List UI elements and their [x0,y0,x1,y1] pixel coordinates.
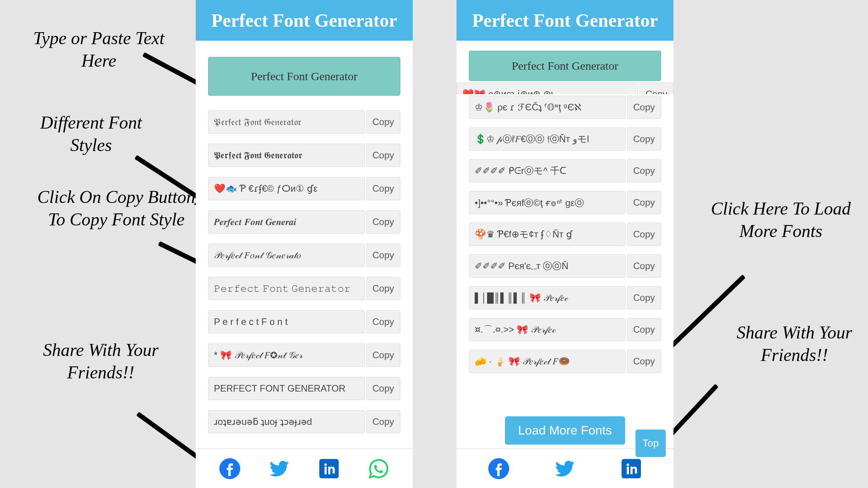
font-result: ❤️🎀 ρ⊕иєʇ ʝ⊕и⊕ ⊕ι [456,82,638,94]
phone-screen-right: Perfect Font Generator Perfect Font Gene… [456,0,673,488]
font-result: ♔🌷 ρє ɾ ℱЄČʇ ᶠ𝕆ᶰţ ᵍЄℵ [469,96,625,119]
font-result-row: 𝕻𝖊𝖗𝖋𝖊𝖈𝖙 𝕱𝖔𝖓𝖙 𝕲𝖊𝖓𝖊𝖗𝖆𝖙𝖔𝖗Copy [208,144,400,167]
font-result-row: ✐✐✐✐ ᑭᕮrⓞモ^ 千ᑕCopy [469,159,661,182]
text-input[interactable]: Perfect Font Generator [208,57,400,96]
scroll-top-button[interactable]: Top [636,430,666,457]
font-result: 🧀 · 🍦 🎀 𝒫𝑒𝓇𝒻𝑒𝒸𝓉 𝐹🍩 [469,350,625,373]
copy-button[interactable]: Copy [366,110,400,134]
font-result: ✐✐✐✐ Pєя'є⎵т ⓞⓞŇ [469,254,625,278]
copy-button[interactable]: Copy [627,254,661,278]
facebook-icon[interactable] [219,458,240,479]
font-result: 𝒫𝑒𝓇𝒻𝑒𝒸𝓉 𝐹𝑜𝓃𝓉 𝒢𝑒𝓃𝑒𝓇𝒶𝓉𝑜 [208,244,365,267]
copy-button[interactable]: Copy [366,344,400,367]
font-result: 𝔓𝔢𝔯𝔣𝔢𝔠𝔱 𝔉𝔬𝔫𝔱 𝔊𝔢𝔫𝔢𝔯𝔞𝔱𝔬𝔯 [208,110,365,134]
font-result: * 🎀 𝒫𝑒𝓇𝒻𝑒𝒸𝓉 𝐹✪𝓃𝓉 𝒢𝑒𝓇 [208,344,365,367]
font-result-row: 🍄♛ Ƥ€f⊕モ¢т ʄ♢Ňт ɠCopy [469,223,661,246]
font-result-row: 𝙿𝚎𝚛𝚏𝚎𝚌𝚝 𝙵𝚘𝚗𝚝 𝙶𝚎𝚗𝚎𝚛𝚊𝚝𝚘𝚛Copy [208,277,400,300]
annotation-load-more: Click Here To Load More Fonts [709,198,852,242]
results-list: 𝔓𝔢𝔯𝔣𝔢𝔠𝔱 𝔉𝔬𝔫𝔱 𝔊𝔢𝔫𝔢𝔯𝔞𝔱𝔬𝔯Copy𝕻𝖊𝖗𝖋𝖊𝖈𝖙 𝕱𝖔𝖓𝖙 𝕲… [196,103,413,448]
font-result-row: 𝑷𝒆𝒓𝒇𝒆𝒄𝒕 𝑭𝒐𝒏𝒕 𝑮𝒆𝒏𝒆𝒓𝒂𝒊Copy [208,210,400,234]
font-result-row: 𝒫𝑒𝓇𝒻𝑒𝒸𝓉 𝐹𝑜𝓃𝓉 𝒢𝑒𝓃𝑒𝓇𝒶𝓉𝑜Copy [208,244,400,267]
font-result: 𝙿𝚎𝚛𝚏𝚎𝚌𝚝 𝙵𝚘𝚗𝚝 𝙶𝚎𝚗𝚎𝚛𝚊𝚝𝚘𝚛 [208,277,365,300]
annotation-input: Type or Paste Text Here [14,27,184,72]
font-result: ❤️🐟 Ƥ €ɾʄ€© ƒѺи① ɠε [208,177,365,200]
copy-button[interactable]: Copy [366,177,400,200]
font-result-row: ɹoʇɐɹǝuǝƃ ʇuoɟ ʇɔǝɟɹǝdCopy [208,410,400,433]
results-list: ♔🌷 ρє ɾ ℱЄČʇ ᶠ𝕆ᶰţ ᵍЄℵCopy💲♔ 𝓅ⓞř𝐹€Ⓞⓞ 𝔣ⓞŇт… [456,94,673,411]
font-result-row: ¤ּ.⌒.ּ¤.>> 🎀 𝒫𝑒𝓇𝒻𝑒𝒸Copy [469,318,661,341]
twitter-icon[interactable] [269,458,290,479]
copy-button[interactable]: Copy [627,223,661,246]
annotation-styles: Different Font Styles [19,112,163,156]
font-result-row: * 🎀 𝒫𝑒𝓇𝒻𝑒𝒸𝓉 𝐹✪𝓃𝓉 𝒢𝑒𝓇Copy [208,344,400,367]
font-result: 💲♔ 𝓅ⓞř𝐹€Ⓞⓞ 𝔣ⓞŇт ﻭモl [469,127,625,151]
share-bar: Top [456,448,673,488]
font-result: 𝑷𝒆𝒓𝒇𝒆𝒄𝒕 𝑭𝒐𝒏𝒕 𝑮𝒆𝒏𝒆𝒓𝒂𝒊 [208,210,365,234]
font-result: ▌│█║▌║▌║ 🎀 𝒫𝑒𝓇𝒻𝑒𝒸 [469,286,625,309]
copy-button[interactable]: Copy [639,82,673,94]
font-result: •]••°°•» Ƥєяfⓔ©ţ ғ๏ⁿᵗ gεⓞ [469,191,625,214]
text-input[interactable]: Perfect Font Generator [469,51,661,81]
copy-button[interactable]: Copy [627,96,661,119]
copy-button[interactable]: Copy [627,159,661,182]
font-result: PERFECT FONT GENERATOR [208,377,365,400]
font-result-row: ▌│█║▌║▌║ 🎀 𝒫𝑒𝓇𝒻𝑒𝒸Copy [469,286,661,309]
linkedin-icon[interactable] [319,458,339,479]
font-result-row: P e r f e c t F o n tCopy [208,310,400,333]
font-result: ¤ּ.⌒.ּ¤.>> 🎀 𝒫𝑒𝓇𝒻𝑒𝒸 [469,318,625,341]
annotation-share-right: Share With Your Friends!! [728,321,860,366]
copy-button[interactable]: Copy [627,286,661,309]
copy-button[interactable]: Copy [627,191,661,214]
copy-button[interactable]: Copy [627,127,661,151]
copy-button[interactable]: Copy [366,244,400,267]
copy-button[interactable]: Copy [627,350,661,373]
font-result-row: 💲♔ 𝓅ⓞř𝐹€Ⓞⓞ 𝔣ⓞŇт ﻭモlCopy [469,127,661,151]
phone-screen-left: Perfect Font Generator Perfect Font Gene… [196,0,413,488]
font-result-row: ♔🌷 ρє ɾ ℱЄČʇ ᶠ𝕆ᶰţ ᵍЄℵCopy [469,96,661,119]
copy-button[interactable]: Copy [366,144,400,167]
copy-button[interactable]: Copy [366,410,400,433]
font-result-row: 𝔓𝔢𝔯𝔣𝔢𝔠𝔱 𝔉𝔬𝔫𝔱 𝔊𝔢𝔫𝔢𝔯𝔞𝔱𝔬𝔯Copy [208,110,400,134]
copy-button[interactable]: Copy [366,377,400,400]
load-more-button[interactable]: Load More Fonts [505,416,625,445]
facebook-icon[interactable] [488,458,509,479]
copy-button[interactable]: Copy [366,277,400,300]
linkedin-icon[interactable] [621,458,642,479]
font-result-row: •]••°°•» Ƥєяfⓔ©ţ ғ๏ⁿᵗ gεⓞCopy [469,191,661,214]
partial-hidden-row: ❤️🎀 ρ⊕иєʇ ʝ⊕и⊕ ⊕ι Copy [456,82,673,94]
copy-button[interactable]: Copy [366,310,400,333]
font-result-row: ❤️🐟 Ƥ €ɾʄ€© ƒѺи① ɠεCopy [208,177,400,200]
font-result: ɹoʇɐɹǝuǝƃ ʇuoɟ ʇɔǝɟɹǝd [208,410,365,433]
font-result: 🍄♛ Ƥ€f⊕モ¢т ʄ♢Ňт ɠ [469,223,625,246]
app-header: Perfect Font Generator [456,0,673,41]
annotation-copy: Click On Copy Button To Copy Font Style [35,186,198,230]
copy-button[interactable]: Copy [366,210,400,234]
copy-button[interactable]: Copy [627,318,661,341]
font-result-row: ✐✐✐✐ Pєя'є⎵т ⓞⓞŇCopy [469,254,661,278]
twitter-icon[interactable] [555,458,575,479]
font-result-row: PERFECT FONT GENERATORCopy [208,377,400,400]
font-result: 𝕻𝖊𝖗𝖋𝖊𝖈𝖙 𝕱𝖔𝖓𝖙 𝕲𝖊𝖓𝖊𝖗𝖆𝖙𝖔𝖗 [208,144,365,167]
annotation-share-left: Share With Your Friends!! [39,339,163,383]
font-result: ✐✐✐✐ ᑭᕮrⓞモ^ 千ᑕ [469,159,625,182]
font-result-row: 🧀 · 🍦 🎀 𝒫𝑒𝓇𝒻𝑒𝒸𝓉 𝐹🍩Copy [469,350,661,373]
whatsapp-icon[interactable] [368,458,389,479]
app-header: Perfect Font Generator [196,0,413,41]
share-bar [196,448,413,488]
font-result: P e r f e c t F o n t [208,310,365,333]
